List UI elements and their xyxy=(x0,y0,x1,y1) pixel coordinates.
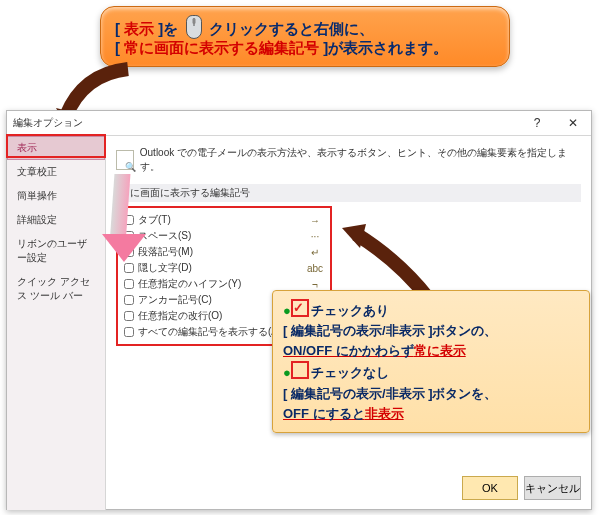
document-search-icon xyxy=(116,150,134,170)
option-all-checkbox[interactable] xyxy=(124,327,134,337)
sidebar-item-ribbon[interactable]: リボンのユーザー設定 xyxy=(7,232,105,270)
sidebar-item-proofing[interactable]: 文章校正 xyxy=(7,160,105,184)
sidebar-item-display[interactable]: 表示 xyxy=(7,136,105,160)
legend-text-em: 常に表示 xyxy=(414,343,466,358)
bullet-icon: ● xyxy=(283,365,291,380)
legend-text: チェックなし xyxy=(311,365,389,380)
option-break-checkbox[interactable] xyxy=(124,311,134,321)
unchecked-box-icon xyxy=(291,361,309,379)
sidebar-item-label: リボンのユーザー設定 xyxy=(17,238,87,263)
checked-box-icon xyxy=(291,299,309,317)
pointer-arrow-pink-icon xyxy=(108,174,156,274)
sidebar-item-qat[interactable]: クイック アクセス ツール バー xyxy=(7,270,105,308)
section-title: 常に画面に表示する編集記号 xyxy=(116,184,581,202)
dialog-titlebar: 編集オプション ? ✕ xyxy=(7,111,591,136)
pane-description: Outlook での電子メールの表示方法や、表示するボタン、ヒント、その他の編集… xyxy=(140,146,581,174)
dialog-buttons: OK キャンセル xyxy=(462,476,581,500)
tip-text: [ xyxy=(115,20,124,37)
tip-text: [ xyxy=(115,39,124,56)
sidebar-item-label: 詳細設定 xyxy=(17,214,57,225)
symbol-icon: ¬ xyxy=(306,279,324,290)
legend-callout: ●チェックあり [ 編集記号の表示/非表示 ]ボタンの、 ON/OFF にかかわ… xyxy=(272,290,590,433)
option-label: 任意指定のハイフン(Y) xyxy=(138,277,241,291)
sidebar-item-label: 簡単操作 xyxy=(17,190,57,201)
symbol-icon: ↵ xyxy=(306,247,324,258)
sidebar-item-label: クイック アクセス ツール バー xyxy=(17,276,90,301)
tip-text: ]が表示されます。 xyxy=(319,39,448,56)
sidebar-item-label: 文章校正 xyxy=(17,166,57,177)
option-label: すべての編集記号を表示する(A) xyxy=(138,325,281,339)
sidebar-item-ease[interactable]: 簡単操作 xyxy=(7,184,105,208)
tip-text: ]を xyxy=(154,20,178,37)
legend-text: OFF にすると xyxy=(283,406,365,421)
sidebar-item-label: 表示 xyxy=(17,142,37,153)
option-hyphen-checkbox[interactable] xyxy=(124,279,134,289)
symbol-icon: → xyxy=(306,215,324,226)
help-button[interactable]: ? xyxy=(519,111,555,135)
dialog-title: 編集オプション xyxy=(13,117,83,128)
button-label: キャンセル xyxy=(525,481,580,496)
tip-text-em: 表示 xyxy=(124,20,154,37)
button-label: OK xyxy=(482,482,498,494)
legend-text-em: 非表示 xyxy=(365,406,404,421)
close-button[interactable]: ✕ xyxy=(555,111,591,135)
ok-button[interactable]: OK xyxy=(462,476,518,500)
option-label: 任意指定の改行(O) xyxy=(138,309,222,323)
legend-text: チェックあり xyxy=(311,303,389,318)
symbol-icon: abc xyxy=(306,263,324,274)
category-sidebar: 表示 文章校正 簡単操作 詳細設定 リボンのユーザー設定 クイック アクセス ツ… xyxy=(7,136,106,510)
legend-text: ON/OFF にかかわらず xyxy=(283,343,414,358)
mouse-icon xyxy=(186,15,202,39)
option-anchor-checkbox[interactable] xyxy=(124,295,134,305)
legend-text: [ 編集記号の表示/非表示 ]ボタンの、 xyxy=(283,321,579,341)
sidebar-item-advanced[interactable]: 詳細設定 xyxy=(7,208,105,232)
cancel-button[interactable]: キャンセル xyxy=(524,476,581,500)
option-label: アンカー記号(C) xyxy=(138,293,212,307)
legend-text: [ 編集記号の表示/非表示 ]ボタンを、 xyxy=(283,384,579,404)
tip-text-em: 常に画面に表示する編集記号 xyxy=(124,39,319,56)
symbol-icon: ··· xyxy=(306,231,324,242)
tip-text: クリックすると右側に、 xyxy=(209,20,374,37)
tip-callout: [ 表示 ]を クリックすると右側に、 [ 常に画面に表示する編集記号 ]が表示… xyxy=(100,6,510,67)
bullet-icon: ● xyxy=(283,303,291,318)
